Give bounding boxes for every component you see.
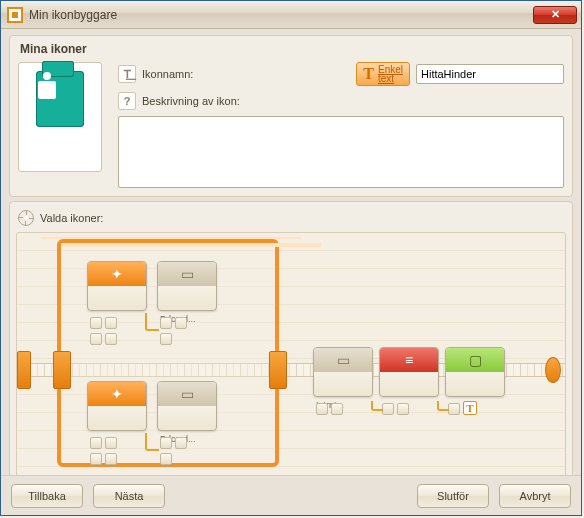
data-wire [371,401,383,411]
data-plug[interactable] [331,403,343,415]
move-icon: ✦ [88,382,146,406]
data-wire [145,433,159,451]
end-node[interactable] [545,357,561,383]
text-port-icon[interactable]: T [463,401,477,415]
math-icon: ≡ [380,348,438,372]
data-plug[interactable] [160,333,172,345]
icon-preview [18,62,102,172]
plug-row [157,331,217,347]
name-row: T͟ Ikonnamn: T Enkel text [118,62,564,86]
data-wire [145,313,159,331]
loop-start-handle[interactable] [53,351,71,389]
block-case-1[interactable]: ▭ Bdcmd... [157,261,217,311]
desc-field-icon: ? [118,92,136,110]
briefcase-icon: ▭ [314,348,372,372]
name-field-icon: T͟ [118,65,136,83]
program-canvas[interactable]: ✦ ▭ Bdcmd... ✦ [16,232,566,500]
block-case-3[interactable]: ▭ Intrnt... [313,347,373,397]
data-plug[interactable] [160,453,172,465]
plug-row [87,435,147,451]
back-button[interactable]: Tillbaka [11,484,83,508]
desc-row: ? Beskrivning av ikon: [118,92,564,110]
data-plug[interactable] [105,333,117,345]
titlebar[interactable]: Min ikonbyggare ✕ [1,1,581,29]
t-icon: T [363,65,374,83]
data-plug[interactable] [90,317,102,329]
briefcase-icon: ▭ [158,262,216,286]
footer: Tillbaka Nästa Slutför Avbryt [1,475,581,515]
plug-row [157,435,217,451]
text-mode-button[interactable]: T Enkel text [356,62,410,86]
data-plug[interactable] [175,317,187,329]
plug-row [313,401,373,417]
next-button[interactable]: Nästa [93,484,165,508]
plug-row [157,451,217,467]
target-icon [18,210,34,226]
plug-row [87,451,147,467]
data-plug[interactable] [316,403,328,415]
block-display[interactable]: ▢ [445,347,505,397]
plug-row [157,315,217,331]
plug-row [87,315,147,331]
block-case-2[interactable]: ▭ Bdcmd... [157,381,217,431]
data-plug[interactable] [105,437,117,449]
data-plug[interactable] [448,403,460,415]
move-icon: ✦ [88,262,146,286]
data-plug[interactable] [397,403,409,415]
panel-heading: Mina ikoner [18,42,564,56]
briefcase-icon: ▭ [158,382,216,406]
screen-icon: ▢ [446,348,504,372]
data-plug[interactable] [105,317,117,329]
plug-row [87,331,147,347]
block-move-1[interactable]: ✦ [87,261,147,311]
finish-button[interactable]: Slutför [417,484,489,508]
myblock-preview-icon [36,71,84,127]
start-node[interactable] [17,351,31,389]
top-panel: Mina ikoner T͟ Ikonnamn: T Enkel text ? … [9,35,573,197]
data-plug[interactable] [382,403,394,415]
data-plug[interactable] [90,333,102,345]
canvas-heading-row: Valda ikoner: [16,208,566,232]
window-title: Min ikonbyggare [29,8,533,22]
icon-name-input[interactable] [416,64,564,84]
app-icon [7,7,23,23]
description-textarea[interactable] [118,116,564,188]
data-plug[interactable] [175,437,187,449]
close-button[interactable]: ✕ [533,6,577,24]
data-plug[interactable] [160,437,172,449]
block-calc[interactable]: ≡ [379,347,439,397]
name-label: Ikonnamn: [142,68,252,80]
dialog-window: Min ikonbyggare ✕ Mina ikoner T͟ Ikonnam… [0,0,582,516]
canvas-panel: Valda ikoner: ✦ ▭ Bdcmd... [9,201,573,507]
data-plug[interactable] [90,437,102,449]
data-plug[interactable] [105,453,117,465]
data-wire [437,401,449,411]
block-move-2[interactable]: ✦ [87,381,147,431]
data-plug[interactable] [90,453,102,465]
plug-row [379,401,439,417]
cancel-button[interactable]: Avbryt [499,484,571,508]
enkel-link-2[interactable]: text [378,74,403,83]
person-icon [38,81,56,99]
loop-end-handle[interactable] [269,351,287,389]
canvas-heading: Valda ikoner: [40,212,103,224]
desc-label: Beskrivning av ikon: [142,95,252,107]
data-plug[interactable] [160,317,172,329]
